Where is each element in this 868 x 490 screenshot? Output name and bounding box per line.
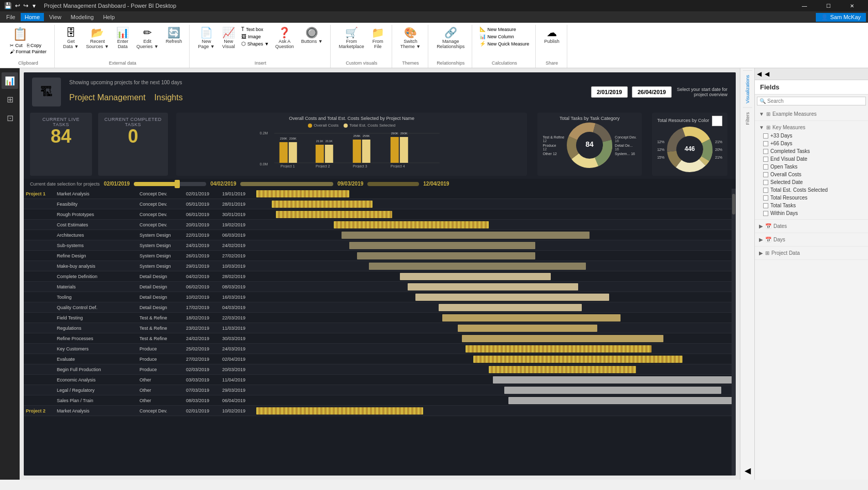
gantt-row: Key CustomersProduce25/02/201924/03/2019 [24,344,732,354]
date-slider3[interactable] [367,182,419,186]
gantt-task-col: Market Analysis [55,408,137,414]
panel-collapse-left[interactable]: ◀ [756,69,763,79]
new-page-button[interactable]: 📄 NewPage ▼ [195,26,218,51]
user-area[interactable]: 👤 Sam McKay [816,13,866,22]
gantt-category-col: Test & Refine [137,315,184,320]
ask-question-button[interactable]: ❓ Ask AQuestion [272,26,297,51]
date-slider2[interactable] [240,182,333,186]
quick-undo-icon[interactable]: ↩ [15,2,20,9]
copy-button[interactable]: ⎘ Copy [25,42,43,49]
menu-help[interactable]: Help [99,13,119,21]
menu-home[interactable]: Home [21,13,44,21]
search-input[interactable] [767,98,863,104]
menu-file[interactable]: File [2,13,20,21]
gantt-bar [400,273,551,280]
publish-button[interactable]: ☁ Publish [541,26,563,45]
collapse-right-icon[interactable]: ◀ [745,466,751,476]
new-visual-button[interactable]: 📈 NewVisual [219,26,238,51]
from-marketplace-button[interactable]: 🛒 FromMarketplace [336,26,367,51]
get-data-button[interactable]: 🗄 GetData ▼ [60,26,82,51]
donut2-label-1: 12% [657,140,664,144]
legend-overall-label: Overall Costs [314,123,338,128]
field-66days[interactable]: +66 Days [759,140,864,147]
field-total-est-costs[interactable]: Total Est. Costs Selected [759,186,864,194]
buttons-button[interactable]: 🔘 Buttons ▼ [298,26,326,45]
new-column-button[interactable]: 📊 New Column [477,33,531,40]
quick-redo-icon[interactable]: ↪ [23,2,28,9]
recent-sources-button[interactable]: 📂 RecentSources ▼ [83,26,112,51]
cut-button[interactable]: ✂ Cut [8,42,24,49]
field-66days-checkbox[interactable] [763,141,768,146]
shapes-button[interactable]: ⬡ Shapes ▼ [239,40,271,47]
key-measures-label[interactable]: ▼ ⊞ Key Measures [759,123,864,132]
scroll-thumb[interactable] [732,194,735,215]
filters-tab[interactable]: Filters [743,108,752,129]
field-total-tasks-checkbox[interactable] [763,203,768,208]
date-slider-thumb[interactable] [175,180,180,188]
date-start-box[interactable]: 2/01/2019 [591,86,628,98]
from-file-button[interactable]: 📁 FromFile [368,26,388,51]
field-open-tasks[interactable]: Open Tasks [759,163,864,171]
field-total-resources[interactable]: Total Resources [759,194,864,202]
date-slider[interactable] [134,182,206,186]
field-total-est-costs-checkbox[interactable] [763,188,768,193]
data-view-icon[interactable]: ⊞ [2,91,18,108]
field-33days-checkbox[interactable] [763,133,768,139]
gantt-task-col: Quality Control Def. [55,305,137,310]
field-overall-costs[interactable]: Overall Costs [759,171,864,178]
field-selected-date-checkbox[interactable] [763,180,768,185]
field-33days[interactable]: +33 Days [759,132,864,140]
field-total-tasks[interactable]: Total Tasks [759,202,864,209]
field-end-visual-date-checkbox[interactable] [763,157,768,162]
field-overall-costs-checkbox[interactable] [763,172,768,177]
svg-text:84: 84 [585,140,594,148]
field-completed-tasks-checkbox[interactable] [763,149,768,154]
donut1-label-4: Concept Dev.16 [615,135,637,143]
menu-modeling[interactable]: Modeling [67,13,98,21]
gantt-row: Project 1Market AnalysisConcept Dev.02/0… [24,189,732,199]
field-within-days[interactable]: Within Days [759,209,864,217]
new-measure-button[interactable]: 📐 New Measure [477,26,531,33]
days-label[interactable]: ▶ 📅 Days [759,235,864,244]
window-controls: — ☐ ✕ [793,0,864,11]
date-end-box[interactable]: 26/04/2019 [632,86,672,98]
gantt-bar-col [256,209,732,219]
format-painter-button[interactable]: 🖌 Format Painter [8,49,48,55]
close-button[interactable]: ✕ [840,0,864,11]
report-view-icon[interactable]: 📊 [2,72,18,89]
quick-dropdown-icon[interactable]: ▼ [32,3,37,9]
project-data-label[interactable]: ▶ ⊞ Project Data [759,249,864,257]
edit-queries-button[interactable]: ✏ EditQueries ▼ [133,26,162,51]
manage-relationships-button[interactable]: 🔗 ManageRelationships [433,26,468,51]
model-view-icon[interactable]: ⊡ [2,110,18,126]
quick-save-icon[interactable]: 💾 [4,2,12,9]
menu-view[interactable]: View [45,13,66,21]
gantt-table[interactable]: Project 1Market AnalysisConcept Dev.02/0… [24,189,732,476]
new-quick-measure-button[interactable]: ⚡ New Quick Measure [477,40,531,47]
gantt-bar-col [256,199,732,209]
dates-label[interactable]: ▶ 📅 Dates [759,222,864,231]
text-box-button[interactable]: T Text box [239,26,271,33]
refresh-button[interactable]: 🔄 Refresh [163,26,185,45]
field-selected-date[interactable]: Selected Date [759,178,864,186]
field-end-visual-date[interactable]: End Visual Date [759,155,864,163]
image-button[interactable]: 🖼 Image [239,33,271,40]
gantt-end-col: 10/03/2019 [220,264,256,269]
visualizations-tab[interactable]: Visualizations [743,70,752,108]
search-box[interactable]: 🔍 [757,97,866,105]
switch-theme-button[interactable]: 🎨 SwitchTheme ▼ [397,26,424,51]
gantt-scroll-v[interactable] [732,189,736,476]
field-total-resources-checkbox[interactable] [763,195,768,201]
paste-button[interactable]: 📋 [8,26,48,42]
maximize-button[interactable]: ☐ [816,0,840,11]
gantt-row: Refine DesignSystem Design26/01/201927/0… [24,251,732,261]
panel-collapse-right[interactable]: ◀ [764,69,770,79]
enter-data-button[interactable]: 📊 EnterData [113,26,132,51]
field-within-days-checkbox[interactable] [763,211,768,216]
field-completed-tasks[interactable]: Completed Tasks [759,147,864,155]
donut1-label-2: Produce12 [542,144,564,151]
example-measures-label[interactable]: ▼ ⊞ Example Measures [759,110,864,118]
minimize-button[interactable]: — [793,0,816,11]
gantt-category-col: Test & Refine [137,336,184,341]
field-open-tasks-checkbox[interactable] [763,164,768,170]
